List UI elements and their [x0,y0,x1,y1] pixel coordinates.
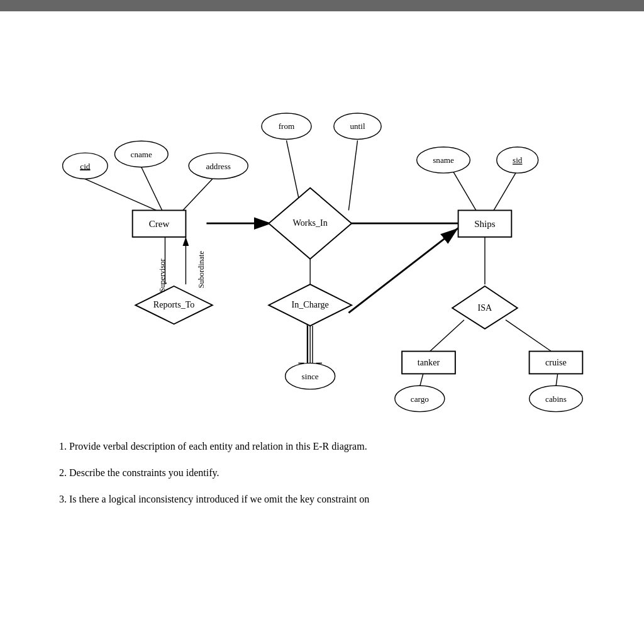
until-label: until [350,121,365,131]
crew-label: Crew [149,219,170,229]
svg-line-2 [183,179,213,211]
question-1: Provide verbal description of each entit… [69,439,606,454]
svg-line-1 [142,167,162,211]
cabins-label: cabins [545,394,567,404]
ships-label: Ships [474,219,496,229]
subordinate-label: Subordinate [197,251,206,288]
question-2: Describe the constraints you identify. [69,465,606,480]
questions-section: Provide verbal description of each entit… [38,439,606,507]
cid-label: cid [80,162,91,171]
works-in-label: Works_In [293,218,328,228]
page: Crew Ships tanker cruise Works_In Report… [0,11,644,543]
cargo-label: cargo [411,394,429,404]
svg-line-10 [348,228,458,313]
cruise-label: cruise [545,357,567,367]
supervisor-label: Supervisor [158,259,167,292]
top-bar [0,0,644,11]
tanker-label: tanker [418,357,440,367]
svg-line-6 [494,170,518,210]
questions-list: Provide verbal description of each entit… [50,439,606,507]
svg-line-4 [348,140,357,210]
svg-line-5 [452,170,476,210]
sname-label: sname [433,155,454,165]
er-diagram-container: Crew Ships tanker cruise Works_In Report… [38,30,606,420]
isa-label: ISA [478,303,493,313]
svg-line-19 [506,320,553,353]
address-label: address [206,162,231,171]
since-label: since [302,372,319,381]
question-3: Is there a logical inconsistency introdu… [69,492,606,507]
er-diagram-svg: Crew Ships tanker cruise Works_In Report… [38,30,606,420]
cname-label: cname [131,150,153,159]
in-charge-label: In_Charge [292,299,329,309]
svg-line-0 [85,179,156,211]
sid-label: sid [513,155,523,165]
svg-line-18 [429,320,465,353]
reports-to-label: Reports_To [153,299,195,309]
from-label: from [279,121,295,131]
